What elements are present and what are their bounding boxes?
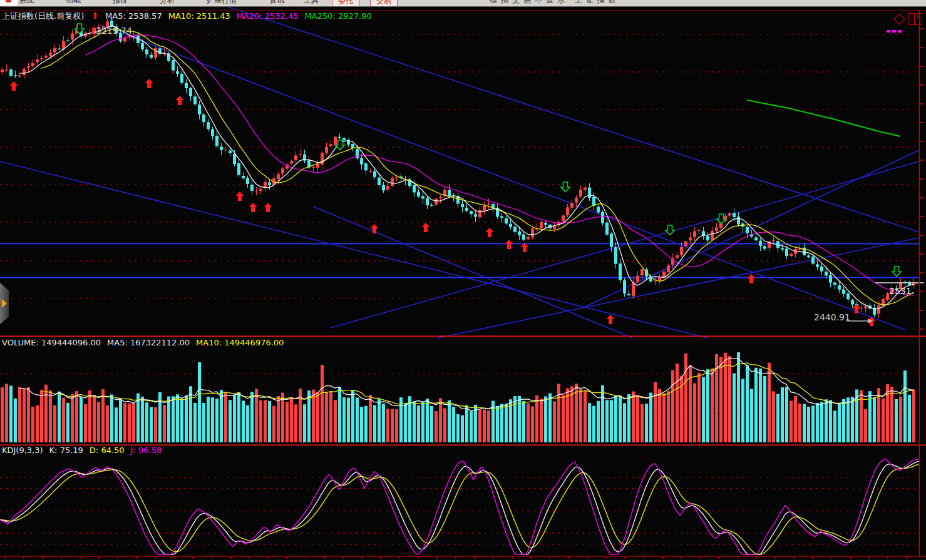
expand-arrow-icon	[2, 299, 7, 308]
app-logo	[0, 0, 18, 6]
last-price-label: 2531.	[889, 286, 914, 296]
ma250-value: MA250: 2927.90	[305, 11, 372, 21]
kdj-header: KDJ(9,3,3)K: 75.19D: 64.50J: 96.58	[2, 445, 168, 455]
ma20-value: MA20: 2532.45	[237, 11, 299, 21]
candles-layer[interactable]	[1, 18, 915, 318]
menu-item-0[interactable]: 系统	[19, 0, 34, 6]
low-price-label: 2440.91	[814, 312, 850, 322]
order-entry-button[interactable]: 委托	[332, 0, 359, 7]
menu-item-3[interactable]: 分析	[160, 0, 175, 6]
trendlines-layer[interactable]	[0, 0, 919, 338]
kdj-label: KDJ(9,3,3)	[2, 445, 43, 455]
volume-bars-layer[interactable]	[1, 352, 915, 442]
panel-separators	[0, 10, 926, 557]
menu-item-6[interactable]: 工具	[304, 0, 319, 6]
menu-item-4[interactable]: 扩展行情	[207, 0, 237, 6]
ma250-line	[747, 100, 900, 136]
kdj-j-value: J: 96.58	[131, 445, 162, 455]
volume-ma10-value: MA10: 149446976.00	[196, 338, 284, 347]
ma10-value: MA10: 2511.43	[168, 11, 230, 21]
annotation-lines	[92, 28, 924, 323]
page-view-icon[interactable]	[908, 13, 922, 25]
menu-item-2[interactable]: 报价	[113, 0, 128, 6]
trading-app-window: 系统 功能 报价 分析 扩展行情 资讯 工具 委托 交易 模拟交易不显示 上证指…	[0, 0, 926, 560]
main-chart-header: 上证指数(日线.前复权)⬆MA5: 2538.57MA10: 2511.43MA…	[2, 11, 378, 22]
kdj-d-value: D: 64.50	[90, 445, 125, 455]
chart-title: 上证指数(日线.前复权)	[2, 11, 84, 21]
trade-button[interactable]: 交易	[370, 0, 398, 7]
more-options-icon[interactable]	[887, 23, 903, 35]
trend-up-icon: ⬆	[91, 11, 99, 21]
main-gridlines	[0, 34, 919, 544]
menu-status-text: 模拟交易不显示 上证指数	[490, 0, 620, 6]
ma5-value: MA5: 2538.57	[105, 11, 162, 21]
chart-canvas[interactable]	[0, 0, 926, 560]
volume-value: VOLUME: 149444096.00	[2, 338, 101, 347]
volume-ma5-value: MA5: 167322112.00	[107, 338, 190, 347]
menu-bar: 系统 功能 报价 分析 扩展行情 资讯 工具 委托 交易 模拟交易不显示 上证指…	[0, 0, 926, 7]
kdj-lines-layer	[0, 459, 918, 554]
chart-corner-icons	[884, 13, 925, 29]
volume-header: VOLUME: 149444096.00MA5: 167322112.00MA1…	[2, 338, 290, 347]
kdj-k-value: K: 75.19	[49, 445, 83, 455]
signal-arrows-layer	[10, 24, 902, 326]
menu-item-5[interactable]: 资讯	[269, 0, 284, 6]
menu-item-1[interactable]: 功能	[66, 0, 81, 6]
high-price-label: 3219.74	[96, 26, 132, 36]
